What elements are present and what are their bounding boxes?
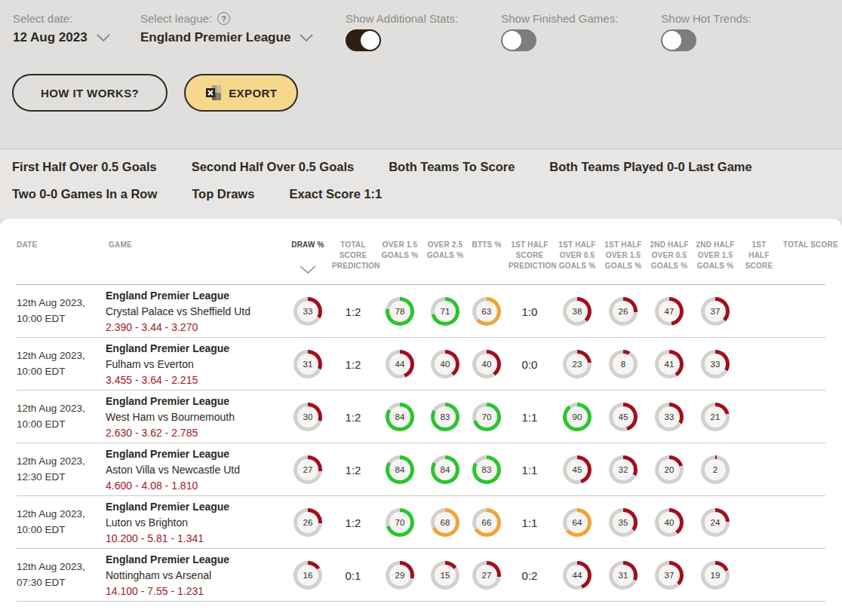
game-odds: 2.630 - 3.62 - 2.785: [106, 425, 281, 441]
column-header-over-1-5-goals: OVER 1.5 GOALS %: [377, 240, 423, 285]
league-select[interactable]: England Premier League: [140, 30, 346, 45]
first-half-score-prediction-cell: 1:1: [506, 464, 554, 477]
first-half-over-0-5-percent-donut: 44: [563, 561, 592, 590]
game-cell: England Premier LeagueNottingham vs Arse…: [106, 552, 287, 599]
table-row: 12th Aug 2023,12:30 EDTEngland Premier L…: [0, 443, 842, 496]
date-cell: 12th Aug 2023,10:00 EDT: [0, 507, 106, 538]
over-2-5-goals-percent-donut: 83: [431, 403, 459, 431]
help-icon[interactable]: ?: [217, 12, 230, 25]
finished-games-label: Show Finished Games:: [501, 12, 618, 25]
game-name[interactable]: Luton vs Brighton: [106, 515, 281, 531]
btts-percent-cell: 40: [468, 350, 506, 378]
over-1-5-goals-percent-cell: 29: [377, 561, 423, 590]
date-select-value: 12 Aug 2023: [13, 30, 88, 45]
chevron-down-icon: [300, 34, 313, 41]
filter-second-half-over-0-5-goals[interactable]: Second Half Over 0.5 Goals: [192, 160, 355, 174]
game-name[interactable]: Nottingham vs Arsenal: [106, 568, 281, 584]
table-body: 12th Aug 2023,10:00 EDTEngland Premier L…: [0, 285, 842, 602]
btts-percent-donut: 83: [472, 455, 501, 484]
first-half-over-0-5-percent-cell: 23: [554, 350, 601, 378]
second-half-over-1-5-percent-donut: 33: [701, 350, 730, 378]
first-half-over-1-5-percent-cell: 8: [601, 350, 646, 378]
over-2-5-goals-percent-cell: 83: [423, 403, 468, 431]
game-name[interactable]: Crystal Palace vs Sheffield Utd: [106, 304, 281, 320]
hot-trends-toggle[interactable]: [661, 29, 696, 51]
how-it-works-button[interactable]: HOW IT WORKS?: [12, 74, 167, 112]
filter-two-0-0-games-in-a-row[interactable]: Two 0-0 Games In a Row: [12, 187, 157, 201]
date-select[interactable]: 12 Aug 2023: [13, 30, 140, 45]
first-half-over-0-5-percent-cell: 90: [554, 403, 601, 431]
first-half-over-1-5-percent-donut: 8: [609, 350, 638, 378]
table-row: 12th Aug 2023,10:00 EDTEngland Premier L…: [0, 285, 842, 338]
finished-games-toggle-group: Show Finished Games:: [501, 12, 618, 51]
over-2-5-goals-percent-cell: 84: [423, 455, 468, 484]
total-score-prediction-cell: 1:2: [329, 464, 377, 477]
first-half-over-1-5-percent-cell: 32: [601, 455, 646, 484]
finished-games-toggle[interactable]: [501, 29, 536, 51]
buttons-row: HOW IT WORKS? EXPORT: [12, 74, 842, 112]
over-1-5-goals-percent-cell: 44: [377, 350, 423, 378]
column-header-game: GAME: [106, 240, 287, 285]
btts-percent-cell: 63: [468, 297, 506, 326]
total-score-prediction-cell: 1:2: [329, 305, 377, 318]
first-half-over-0-5-percent-cell: 45: [554, 455, 601, 484]
second-half-over-0-5-percent-cell: 20: [646, 455, 693, 484]
additional-stats-toggle[interactable]: [346, 29, 381, 51]
first-half-over-1-5-percent-donut: 31: [609, 561, 638, 590]
column-header-draw-percent[interactable]: DRAW %: [287, 240, 329, 285]
second-half-over-0-5-percent-donut: 20: [655, 455, 684, 484]
over-1-5-goals-percent-donut: 84: [386, 403, 414, 431]
filter-top-draws[interactable]: Top Draws: [192, 187, 254, 201]
sort-descending-icon[interactable]: [300, 265, 316, 274]
game-cell: England Premier LeagueLuton vs Brighton1…: [106, 499, 287, 547]
draw-percent-cell: 27: [287, 455, 329, 484]
first-half-over-0-5-percent-donut: 64: [563, 508, 592, 537]
over-1-5-goals-percent-donut: 84: [386, 455, 414, 484]
column-header-second-half-over-1-5: 2ND HALF OVER 1.5 GOALS %: [693, 240, 738, 285]
filter-both-teams-to-score[interactable]: Both Teams To Score: [389, 160, 515, 174]
game-odds: 2.390 - 3.44 - 3.270: [106, 320, 281, 336]
over-1-5-goals-percent-donut: 70: [386, 508, 414, 537]
over-1-5-goals-percent-cell: 84: [377, 403, 423, 431]
table-row: 12th Aug 2023,10:00 EDTEngland Premier L…: [0, 391, 842, 443]
second-half-over-0-5-percent-donut: 41: [655, 350, 684, 378]
second-half-over-1-5-percent-cell: 21: [693, 403, 738, 431]
game-odds: 14.100 - 7.55 - 1.231: [106, 584, 281, 599]
first-half-over-1-5-percent-cell: 31: [601, 561, 646, 590]
draw-percent-cell: 33: [287, 297, 329, 326]
table-header-row: DATE GAME DRAW % TOTAL SCORE PREDICTION …: [0, 219, 842, 285]
btts-percent-donut: 40: [472, 350, 501, 378]
filter-exact-score-1-1[interactable]: Exact Score 1:1: [289, 187, 382, 201]
column-header-first-half-over-1-5: 1ST HALF OVER 1.5 GOALS %: [601, 240, 646, 285]
table-row: 12th Aug 2023,07:30 EDTEngland Premier L…: [0, 549, 842, 602]
game-cell: England Premier LeagueCrystal Palace vs …: [106, 288, 287, 336]
over-1-5-goals-percent-donut: 78: [386, 297, 414, 326]
chevron-down-icon: [97, 34, 110, 41]
draw-percent-donut: 30: [293, 403, 322, 431]
hot-trends-label: Show Hot Trends:: [661, 12, 751, 25]
export-button[interactable]: EXPORT: [184, 74, 298, 112]
second-half-over-0-5-percent-cell: 33: [646, 403, 693, 431]
draw-percent-donut: 27: [293, 455, 322, 484]
game-name[interactable]: Aston Villa vs Newcastle Utd: [106, 462, 281, 478]
second-half-over-1-5-percent-cell: 33: [693, 350, 738, 378]
toggle-knob: [361, 31, 380, 50]
first-half-over-1-5-percent-donut: 26: [609, 297, 638, 326]
league-select-value: England Premier League: [140, 30, 290, 45]
second-half-over-0-5-percent-cell: 37: [646, 561, 693, 590]
draw-percent-cell: 26: [287, 508, 329, 537]
second-half-over-0-5-percent-donut: 40: [655, 508, 684, 537]
export-button-label: EXPORT: [229, 87, 277, 100]
game-name[interactable]: Fulham vs Everton: [106, 357, 281, 372]
draw-percent-donut: 26: [293, 508, 322, 537]
btts-percent-donut: 27: [472, 561, 501, 590]
second-half-over-1-5-percent-donut: 19: [701, 561, 730, 590]
filter-first-half-over-0-5-goals[interactable]: First Half Over 0.5 Goals: [12, 160, 157, 174]
draw-percent-donut: 33: [293, 297, 322, 326]
game-name[interactable]: West Ham vs Bournemouth: [106, 409, 281, 425]
first-half-over-0-5-percent-donut: 38: [563, 297, 592, 326]
game-league: England Premier League: [106, 288, 281, 304]
btts-percent-cell: 83: [468, 455, 506, 484]
draw-percent-cell: 31: [287, 350, 329, 378]
filter-both-teams-played-0-0-last-game[interactable]: Both Teams Played 0-0 Last Game: [549, 160, 751, 174]
